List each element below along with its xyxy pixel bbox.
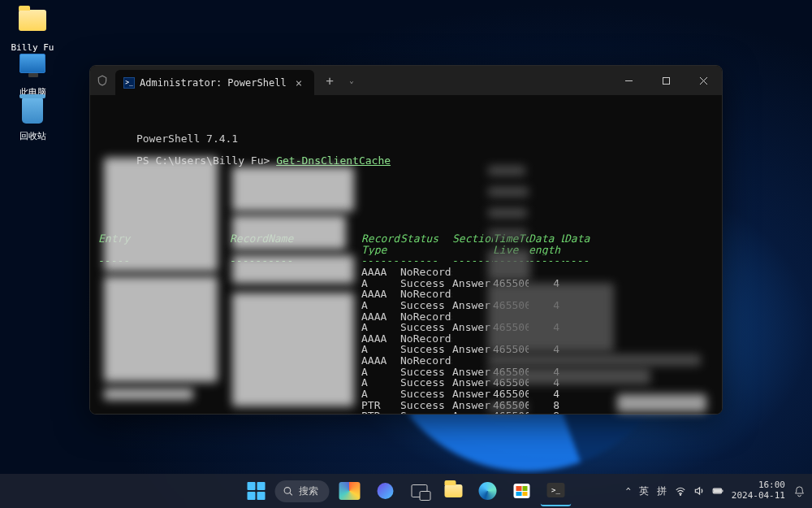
taskbar-edge[interactable] [473,475,503,506]
desktop-this-pc[interactable]: 此电脑 [8,50,57,98]
taskbar-copilot[interactable] [370,475,401,506]
tab-title: Administrator: PowerShell [140,77,287,89]
new-tab-button[interactable]: + [316,66,343,95]
copilot-icon [378,483,394,499]
powershell-icon: >_ [123,77,135,89]
terminal-icon: >_ [547,483,565,497]
desktop-folder[interactable]: Billy Fu [8,7,57,53]
titlebar[interactable]: >_ Administrator: PowerShell × + ⌄ [90,66,722,95]
folder-icon [445,484,463,497]
tray-chevron-icon[interactable]: ^ [626,487,631,496]
taskbar-widgets[interactable] [333,475,367,506]
notification-icon[interactable] [793,485,806,497]
ps-version: PowerShell 7.4.1 [136,132,238,145]
tab-close-button[interactable]: × [292,75,306,91]
volume-icon [693,485,705,497]
minimize-button[interactable] [610,66,647,95]
start-button[interactable] [241,475,272,506]
search-placeholder: 搜索 [299,484,318,498]
taskbar-taskview[interactable] [404,475,435,506]
system-tray[interactable] [675,485,723,497]
store-icon [514,484,530,498]
taskbar-explorer[interactable] [438,475,469,506]
taskbar[interactable]: 搜索 >_ ^ 英 拼 16:00 2024-04-11 [0,474,812,508]
command: Get-DnsClientCache [276,154,391,167]
taskbar-terminal[interactable]: >_ [541,475,572,506]
battery-icon [712,485,723,497]
clock-date: 2024-04-11 [732,491,785,501]
taskview-icon [412,484,428,497]
tab-powershell[interactable]: >_ Administrator: PowerShell × [115,70,314,95]
maximize-button[interactable] [647,66,685,95]
edge-icon [479,482,497,500]
svg-line-5 [290,493,292,495]
close-button[interactable] [685,66,722,95]
ime-lang2[interactable]: 拼 [657,484,667,498]
desktop-recycle-label: 回收站 [19,131,46,141]
taskbar-search[interactable]: 搜索 [275,480,330,502]
tab-chevron-icon[interactable]: ⌄ [343,66,360,95]
windows-icon [248,482,266,500]
widgets-icon [339,482,361,500]
svg-rect-1 [663,77,669,84]
taskbar-clock[interactable]: 16:00 2024-04-11 [732,480,785,501]
search-icon [283,486,294,497]
svg-point-6 [680,494,680,495]
svg-point-4 [284,487,291,493]
taskbar-store[interactable] [507,475,538,506]
wifi-icon [675,485,686,497]
svg-rect-8 [714,489,720,493]
desktop-recycle-bin[interactable]: 回收站 [8,96,57,142]
shield-icon [90,66,114,95]
ime-lang1[interactable]: 英 [639,484,649,498]
